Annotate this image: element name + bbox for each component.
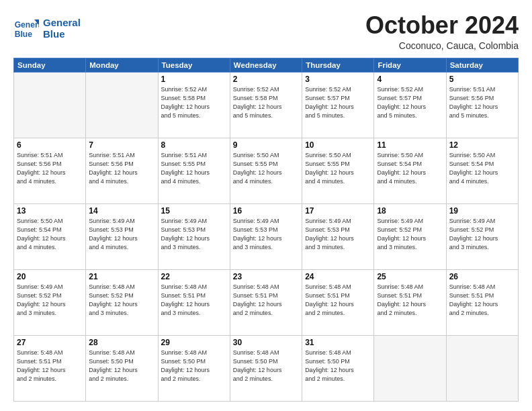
svg-text:General: General <box>15 20 39 30</box>
table-row: 7Sunrise: 5:51 AMSunset: 5:56 PMDaylight… <box>86 138 158 203</box>
day-number: 31 <box>305 338 371 347</box>
table-row: 26Sunrise: 5:48 AMSunset: 5:51 PMDayligh… <box>446 269 518 335</box>
day-info: Sunrise: 5:48 AMSunset: 5:51 PMDaylight:… <box>161 283 227 318</box>
table-row: 1Sunrise: 5:52 AMSunset: 5:58 PMDaylight… <box>158 72 230 138</box>
day-number: 18 <box>377 206 443 216</box>
table-row: 29Sunrise: 5:48 AMSunset: 5:50 PMDayligh… <box>158 335 230 401</box>
day-number: 23 <box>233 272 299 281</box>
logo-line2: Blue <box>43 28 81 40</box>
col-wednesday: Wednesday <box>230 58 302 72</box>
day-info: Sunrise: 5:50 AMSunset: 5:54 PMDaylight:… <box>449 151 515 186</box>
table-row: 31Sunrise: 5:48 AMSunset: 5:50 PMDayligh… <box>302 335 374 401</box>
day-number: 4 <box>377 75 443 84</box>
day-number: 29 <box>161 338 227 347</box>
table-row: 21Sunrise: 5:48 AMSunset: 5:52 PMDayligh… <box>86 269 158 335</box>
table-row: 12Sunrise: 5:50 AMSunset: 5:54 PMDayligh… <box>446 138 518 203</box>
day-info: Sunrise: 5:49 AMSunset: 5:53 PMDaylight:… <box>161 217 227 252</box>
table-row: 6Sunrise: 5:51 AMSunset: 5:56 PMDaylight… <box>14 138 86 203</box>
day-number: 17 <box>305 206 371 216</box>
day-info: Sunrise: 5:52 AMSunset: 5:57 PMDaylight:… <box>305 85 371 120</box>
day-info: Sunrise: 5:48 AMSunset: 5:50 PMDaylight:… <box>305 349 371 383</box>
logo-icon: General Blue <box>13 15 39 40</box>
day-info: Sunrise: 5:48 AMSunset: 5:51 PMDaylight:… <box>377 283 443 318</box>
col-tuesday: Tuesday <box>158 58 230 72</box>
day-info: Sunrise: 5:48 AMSunset: 5:51 PMDaylight:… <box>17 349 83 383</box>
calendar-week-row: 27Sunrise: 5:48 AMSunset: 5:51 PMDayligh… <box>14 335 519 401</box>
day-number: 28 <box>89 338 154 347</box>
day-number: 24 <box>305 272 371 281</box>
day-info: Sunrise: 5:49 AMSunset: 5:52 PMDaylight:… <box>377 217 443 252</box>
day-info: Sunrise: 5:49 AMSunset: 5:53 PMDaylight:… <box>305 217 371 252</box>
logo: General Blue General Blue <box>13 15 81 40</box>
table-row: 19Sunrise: 5:49 AMSunset: 5:52 PMDayligh… <box>446 203 518 269</box>
day-number: 9 <box>233 140 299 150</box>
day-number: 6 <box>17 140 83 150</box>
day-info: Sunrise: 5:52 AMSunset: 5:58 PMDaylight:… <box>233 85 299 120</box>
day-number: 15 <box>161 206 227 216</box>
day-info: Sunrise: 5:49 AMSunset: 5:53 PMDaylight:… <box>233 217 299 252</box>
svg-text:Blue: Blue <box>15 30 32 39</box>
table-row: 11Sunrise: 5:50 AMSunset: 5:54 PMDayligh… <box>374 138 446 203</box>
day-number: 13 <box>17 206 83 216</box>
day-info: Sunrise: 5:48 AMSunset: 5:51 PMDaylight:… <box>449 283 515 318</box>
day-info: Sunrise: 5:48 AMSunset: 5:50 PMDaylight:… <box>233 349 299 383</box>
day-info: Sunrise: 5:48 AMSunset: 5:50 PMDaylight:… <box>89 349 154 383</box>
calendar-week-row: 6Sunrise: 5:51 AMSunset: 5:56 PMDaylight… <box>14 138 519 203</box>
day-info: Sunrise: 5:48 AMSunset: 5:51 PMDaylight:… <box>233 283 299 318</box>
day-number: 16 <box>233 206 299 216</box>
table-row: 4Sunrise: 5:52 AMSunset: 5:57 PMDaylight… <box>374 72 446 138</box>
table-row: 8Sunrise: 5:51 AMSunset: 5:55 PMDaylight… <box>158 138 230 203</box>
day-info: Sunrise: 5:51 AMSunset: 5:55 PMDaylight:… <box>161 151 227 186</box>
col-saturday: Saturday <box>446 58 518 72</box>
day-number: 10 <box>305 140 371 150</box>
col-friday: Friday <box>374 58 446 72</box>
day-number: 25 <box>377 272 443 281</box>
day-number: 14 <box>89 206 154 216</box>
table-row: 25Sunrise: 5:48 AMSunset: 5:51 PMDayligh… <box>374 269 446 335</box>
day-info: Sunrise: 5:51 AMSunset: 5:56 PMDaylight:… <box>449 85 515 120</box>
day-info: Sunrise: 5:48 AMSunset: 5:51 PMDaylight:… <box>305 283 371 318</box>
day-number: 11 <box>377 140 443 150</box>
col-sunday: Sunday <box>14 58 86 72</box>
table-row <box>446 335 518 401</box>
day-info: Sunrise: 5:50 AMSunset: 5:55 PMDaylight:… <box>305 151 371 186</box>
table-row: 5Sunrise: 5:51 AMSunset: 5:56 PMDaylight… <box>446 72 518 138</box>
table-row <box>86 72 158 138</box>
day-number: 3 <box>305 75 371 84</box>
day-number: 1 <box>161 75 227 84</box>
table-row: 18Sunrise: 5:49 AMSunset: 5:52 PMDayligh… <box>374 203 446 269</box>
table-row: 22Sunrise: 5:48 AMSunset: 5:51 PMDayligh… <box>158 269 230 335</box>
day-info: Sunrise: 5:51 AMSunset: 5:56 PMDaylight:… <box>89 151 154 186</box>
calendar-week-row: 20Sunrise: 5:49 AMSunset: 5:52 PMDayligh… <box>14 269 519 335</box>
day-number: 5 <box>449 75 515 84</box>
day-info: Sunrise: 5:50 AMSunset: 5:54 PMDaylight:… <box>17 217 83 252</box>
day-number: 20 <box>17 272 83 281</box>
table-row: 15Sunrise: 5:49 AMSunset: 5:53 PMDayligh… <box>158 203 230 269</box>
day-info: Sunrise: 5:50 AMSunset: 5:55 PMDaylight:… <box>233 151 299 186</box>
table-row: 9Sunrise: 5:50 AMSunset: 5:55 PMDaylight… <box>230 138 302 203</box>
calendar-week-row: 1Sunrise: 5:52 AMSunset: 5:58 PMDaylight… <box>14 72 519 138</box>
day-number: 26 <box>449 272 515 281</box>
day-number: 22 <box>161 272 227 281</box>
calendar-header-row: Sunday Monday Tuesday Wednesday Thursday… <box>14 58 519 72</box>
day-info: Sunrise: 5:51 AMSunset: 5:56 PMDaylight:… <box>17 151 83 186</box>
day-info: Sunrise: 5:49 AMSunset: 5:52 PMDaylight:… <box>17 283 83 318</box>
day-number: 7 <box>89 140 154 150</box>
month-title: October 2024 <box>365 12 519 39</box>
table-row: 2Sunrise: 5:52 AMSunset: 5:58 PMDaylight… <box>230 72 302 138</box>
day-info: Sunrise: 5:48 AMSunset: 5:52 PMDaylight:… <box>89 283 154 318</box>
day-number: 2 <box>233 75 299 84</box>
table-row: 10Sunrise: 5:50 AMSunset: 5:55 PMDayligh… <box>302 138 374 203</box>
day-number: 19 <box>449 206 515 216</box>
day-info: Sunrise: 5:50 AMSunset: 5:54 PMDaylight:… <box>377 151 443 186</box>
calendar: Sunday Monday Tuesday Wednesday Thursday… <box>13 58 519 402</box>
table-row: 24Sunrise: 5:48 AMSunset: 5:51 PMDayligh… <box>302 269 374 335</box>
table-row: 16Sunrise: 5:49 AMSunset: 5:53 PMDayligh… <box>230 203 302 269</box>
col-thursday: Thursday <box>302 58 374 72</box>
logo-line1: General <box>43 17 81 28</box>
day-number: 27 <box>17 338 83 347</box>
day-number: 12 <box>449 140 515 150</box>
day-number: 30 <box>233 338 299 347</box>
table-row: 20Sunrise: 5:49 AMSunset: 5:52 PMDayligh… <box>14 269 86 335</box>
subtitle: Coconuco, Cauca, Colombia <box>365 40 519 51</box>
